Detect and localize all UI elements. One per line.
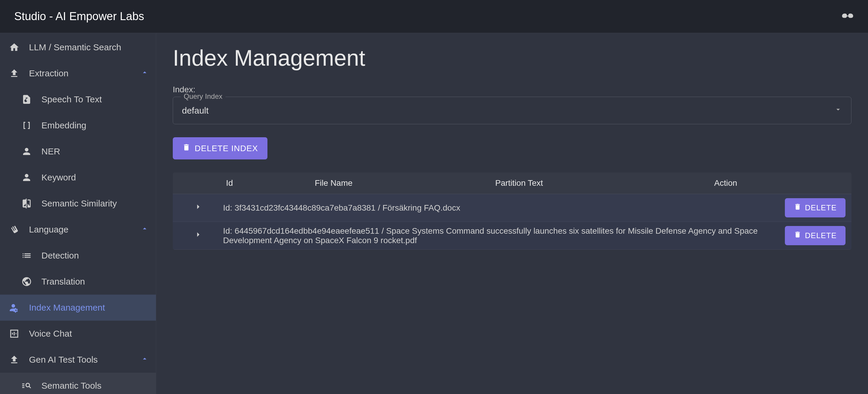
sidebar-item-speech-to-text[interactable]: Speech To Text bbox=[0, 86, 156, 112]
delete-row-button[interactable]: DELETE bbox=[785, 198, 845, 217]
home-icon bbox=[8, 41, 20, 53]
sidebar-item-index-management[interactable]: Index Management bbox=[0, 295, 156, 321]
sidebar-item-llm-semantic-search[interactable]: LLM / Semantic Search bbox=[0, 34, 156, 60]
sidebar-label: Embedding bbox=[41, 120, 86, 130]
sidebar-item-ner[interactable]: NER bbox=[0, 139, 156, 164]
sidebar-label: Detection bbox=[41, 250, 79, 261]
sidebar-group-extraction[interactable]: Extraction bbox=[0, 60, 156, 86]
table-row: Id: 3f3431cd23fc43448c89ca7eba7a8381 / F… bbox=[173, 194, 851, 222]
sidebar-item-keyword[interactable]: Keyword bbox=[0, 164, 156, 190]
sidebar-label: Speech To Text bbox=[41, 94, 102, 104]
sidebar-label: LLM / Semantic Search bbox=[29, 42, 121, 52]
person-icon bbox=[21, 172, 33, 183]
row-text: Id: 3f3431cd23fc43448c89ca7eba7a8381 / F… bbox=[223, 203, 785, 213]
delete-row-label: DELETE bbox=[805, 231, 837, 240]
app-title: Studio - AI Empower Labs bbox=[14, 10, 144, 23]
sidebar-item-translation[interactable]: Translation bbox=[0, 269, 156, 295]
sidebar-item-voice-chat[interactable]: Voice Chat bbox=[0, 321, 156, 347]
sidebar-label: Keyword bbox=[41, 173, 76, 182]
sidebar-group-language[interactable]: Language bbox=[0, 216, 156, 243]
sidebar-label: Semantic Similarity bbox=[41, 199, 117, 209]
sidebar-label: Index Management bbox=[29, 303, 105, 313]
expand-row-icon[interactable] bbox=[193, 230, 203, 241]
list-icon bbox=[21, 250, 33, 262]
caret-up-icon bbox=[141, 355, 149, 365]
sign-language-icon bbox=[8, 223, 20, 236]
page-title: Index Management bbox=[173, 45, 851, 71]
trash-icon bbox=[794, 203, 801, 213]
sidebar-item-semantic-similarity[interactable]: Semantic Similarity bbox=[0, 190, 156, 216]
query-index-value: default bbox=[182, 105, 209, 116]
person-icon bbox=[21, 146, 33, 157]
caret-up-icon bbox=[141, 224, 149, 235]
sidebar-item-embedding[interactable]: Embedding bbox=[0, 112, 156, 139]
delete-row-button[interactable]: DELETE bbox=[785, 226, 845, 245]
row-text: Id: 6445967dcd164edbb4e94eaeefeae511 / S… bbox=[223, 226, 785, 245]
sidebar-group-label: Gen AI Test Tools bbox=[29, 355, 98, 365]
upload-icon bbox=[8, 67, 20, 79]
table-header-row: Id File Name Partition Text Action bbox=[173, 173, 851, 194]
col-header-id: Id bbox=[223, 178, 315, 188]
sidebar-group-label: Language bbox=[29, 224, 68, 235]
sidebar-label: Translation bbox=[41, 277, 85, 286]
col-header-filename: File Name bbox=[315, 178, 495, 188]
delete-row-label: DELETE bbox=[805, 203, 837, 212]
col-header-partition: Partition Text bbox=[495, 178, 714, 188]
trash-icon bbox=[794, 231, 801, 241]
delete-index-button[interactable]: DELETE INDEX bbox=[173, 137, 268, 159]
sidebar-item-semantic-tools[interactable]: Semantic Tools bbox=[0, 373, 156, 394]
sidebar-label: Semantic Tools bbox=[41, 381, 101, 391]
brackets-icon bbox=[21, 120, 33, 131]
glasses-icon[interactable] bbox=[841, 10, 854, 23]
person-gear-icon bbox=[8, 302, 20, 313]
sidebar-label: Voice Chat bbox=[29, 329, 72, 339]
manage-search-icon bbox=[21, 380, 33, 392]
index-label: Index: bbox=[173, 85, 851, 94]
sidebar-group-label: Extraction bbox=[29, 68, 68, 79]
caret-up-icon bbox=[141, 68, 149, 79]
compare-icon bbox=[21, 198, 33, 209]
query-index-legend: Query Index bbox=[181, 92, 225, 100]
col-header-action: Action bbox=[714, 178, 851, 188]
main-content: Index Management Index: Query Index defa… bbox=[156, 33, 868, 394]
globe-icon bbox=[21, 276, 33, 287]
delete-index-label: DELETE INDEX bbox=[195, 144, 258, 153]
waveform-icon bbox=[8, 328, 20, 340]
sidebar-group-gen-ai-test-tools[interactable]: Gen AI Test Tools bbox=[0, 347, 156, 373]
upload-icon bbox=[8, 354, 20, 366]
sidebar-label: NER bbox=[41, 146, 60, 156]
sidebar: LLM / Semantic Search Extraction Speech … bbox=[0, 33, 156, 394]
trash-icon bbox=[182, 143, 190, 153]
music-note-icon bbox=[21, 93, 33, 105]
table-row: Id: 6445967dcd164edbb4e94eaeefeae511 / S… bbox=[173, 222, 851, 250]
sidebar-item-detection[interactable]: Detection bbox=[0, 243, 156, 269]
dropdown-icon bbox=[834, 105, 842, 116]
expand-row-icon[interactable] bbox=[193, 202, 203, 213]
app-header: Studio - AI Empower Labs bbox=[0, 0, 868, 33]
query-index-select[interactable]: Query Index default bbox=[173, 97, 851, 124]
index-table: Id File Name Partition Text Action Id: 3… bbox=[173, 173, 851, 250]
